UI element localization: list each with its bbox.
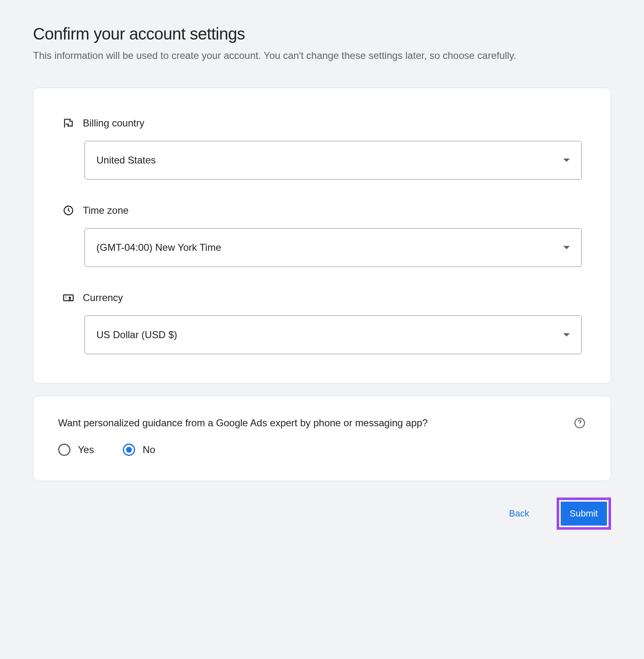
button-row: Back Submit (33, 498, 611, 530)
guidance-question: Want personalized guidance from a Google… (58, 417, 428, 429)
radio-inner (126, 447, 132, 453)
clock-icon (62, 204, 75, 217)
time-zone-label: Time zone (83, 205, 129, 216)
radio-yes[interactable]: Yes (58, 444, 94, 456)
svg-text:5: 5 (65, 296, 67, 299)
svg-point-3 (69, 297, 71, 299)
billing-country-field: Billing country United States (62, 117, 582, 180)
radio-no[interactable]: No (123, 444, 155, 456)
svg-point-5 (579, 425, 580, 426)
radio-no-label: No (143, 444, 155, 456)
submit-highlight: Submit (557, 498, 611, 530)
back-button[interactable]: Back (503, 504, 536, 523)
radio-yes-label: Yes (78, 444, 94, 456)
flag-icon (62, 117, 75, 129)
currency-select[interactable]: US Dollar (USD $) (84, 315, 582, 354)
page-subtitle: This information will be used to create … (33, 48, 611, 63)
chevron-down-icon (563, 333, 570, 337)
help-icon[interactable] (574, 417, 586, 429)
radio-circle-no (123, 444, 135, 456)
billing-country-select[interactable]: United States (84, 141, 582, 180)
billing-country-label: Billing country (83, 117, 144, 129)
time-zone-value: (GMT-04:00) New York Time (96, 242, 221, 253)
settings-card: Billing country United States Time zone … (33, 88, 611, 383)
chevron-down-icon (563, 159, 570, 162)
chevron-down-icon (563, 246, 570, 249)
page-title: Confirm your account settings (33, 25, 611, 43)
currency-label: Currency (83, 292, 123, 304)
currency-field: 5 Currency US Dollar (USD $) (62, 292, 582, 354)
submit-button[interactable]: Submit (561, 502, 607, 526)
time-zone-field: Time zone (GMT-04:00) New York Time (62, 204, 582, 267)
currency-value: US Dollar (USD $) (96, 329, 177, 341)
guidance-card: Want personalized guidance from a Google… (33, 396, 611, 481)
radio-circle-yes (58, 444, 70, 456)
billing-country-value: United States (96, 154, 156, 166)
payment-icon: 5 (62, 292, 75, 304)
time-zone-select[interactable]: (GMT-04:00) New York Time (84, 228, 582, 267)
